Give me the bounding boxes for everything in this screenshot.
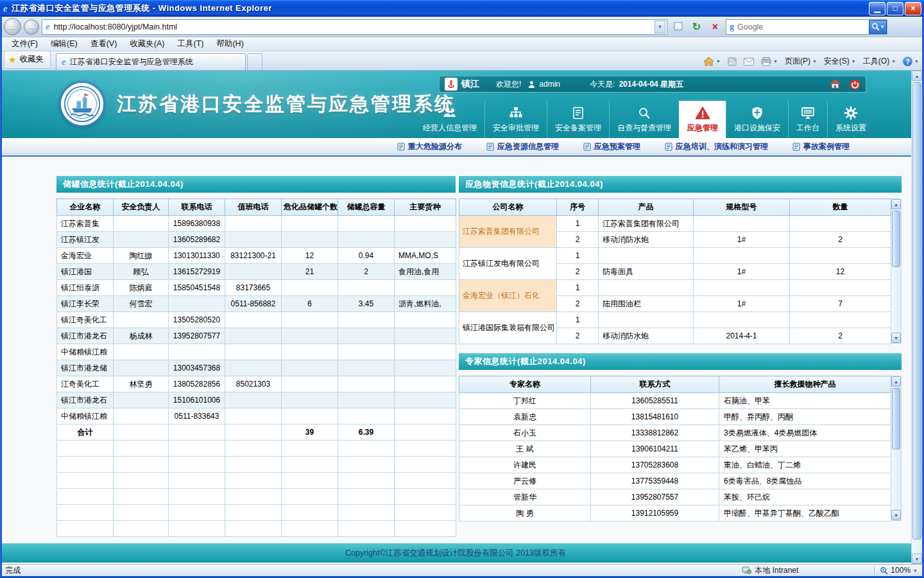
scroll-up-button[interactable]: ▲ xyxy=(891,376,901,387)
menu-item[interactable]: 查看(V) xyxy=(84,37,124,51)
supplies-row[interactable]: 镇江港国际集装箱有限公司1 xyxy=(459,312,891,328)
supplies-row[interactable]: 江苏索普集团有限公司1江苏索普集团有限公司 xyxy=(459,216,891,232)
search-input[interactable] xyxy=(737,21,866,33)
logout-power-icon[interactable] xyxy=(850,79,860,90)
expert-name: 石小玉 xyxy=(459,425,591,441)
expert-row[interactable]: 石小玉 13338812862 3类易燃液体、4类易燃固体 xyxy=(459,425,891,441)
scroll-down-button[interactable]: ▼ xyxy=(912,554,922,564)
menu-item[interactable]: 文件(F) xyxy=(5,37,44,51)
supplies-company-cell[interactable]: 江苏镇江发电有限公司 xyxy=(459,248,557,280)
feeds-button[interactable] xyxy=(728,57,737,66)
menu-item[interactable]: 收藏夹(A) xyxy=(123,37,171,51)
nav-operator-info[interactable]: 经营人信息管理 xyxy=(415,101,484,138)
favorites-button[interactable]: ★ 收藏夹 xyxy=(4,51,51,69)
nav-port-security[interactable]: 港口设施保安 xyxy=(726,101,788,138)
expert-row[interactable]: 许建民 13705283608 重油、白蜡油、丁二烯 xyxy=(459,457,891,473)
tank-row[interactable]: 江苏镇江发 13605289682 xyxy=(57,232,456,248)
expert-phone: 13775359448 xyxy=(591,473,719,489)
help-button[interactable]: ?▼ xyxy=(903,57,919,66)
tank-row[interactable]: 镇江市港龙石 15106101006 xyxy=(57,392,456,408)
tank-row[interactable]: 金海宏业 陶红皦 13013011330 83121300-21 12 0.94… xyxy=(57,248,456,264)
nav-emergency-management[interactable]: 应急管理 xyxy=(679,101,726,138)
expert-specialty: 重油、白蜡油、丁二烯 xyxy=(719,457,891,473)
tank-row[interactable]: 中储粮镇江粮 xyxy=(57,344,456,360)
minimize-button[interactable]: ▁ xyxy=(869,2,886,15)
city-name[interactable]: 镇江 xyxy=(461,78,479,90)
tools-menu-button[interactable]: 工具(O)▼ xyxy=(863,56,896,67)
refresh-button[interactable]: ↻ xyxy=(689,19,705,35)
menu-item[interactable]: 工具(T) xyxy=(171,37,210,51)
nav-safety-record[interactable]: 安全备案管理 xyxy=(547,101,609,138)
page-ie-icon: e xyxy=(46,22,50,31)
forward-button[interactable]: → xyxy=(24,19,39,35)
tank-row[interactable]: 江奇美化工 林坚勇 13805282856 85021303 xyxy=(57,376,456,392)
supplies-company-cell[interactable]: 镇江港国际集装箱有限公司 xyxy=(459,312,557,344)
scroll-down-button[interactable]: ▼ xyxy=(891,333,901,343)
zoom-control[interactable]: 100% ▼ xyxy=(880,566,918,575)
scroll-up-button[interactable]: ▲ xyxy=(912,71,922,81)
scroll-down-button[interactable]: ▼ xyxy=(891,510,901,520)
supplies-row[interactable]: 江苏镇江发电有限公司1 xyxy=(459,248,891,264)
home-button[interactable]: ▼ xyxy=(703,57,721,66)
supplies-cell: 1# xyxy=(694,264,790,280)
safety-menu-button[interactable]: 安全(S)▼ xyxy=(824,56,856,67)
expert-row[interactable]: 管新华 13952807557 苯胺、环己烷 xyxy=(459,489,891,505)
tank-row[interactable]: 镇江市港龙储 13003457368 xyxy=(57,360,456,376)
mail-icon xyxy=(744,58,754,66)
browser-tab[interactable]: e 江苏省港口安全监管与应急管理系统 xyxy=(56,53,246,70)
expert-row[interactable]: 袁新忠 13815481610 甲醇、异丙醇、丙酮 xyxy=(459,409,891,425)
supplies-company-cell[interactable]: 江苏索普集团有限公司 xyxy=(459,216,557,248)
submenu-item[interactable]: 应急资源信息管理 xyxy=(486,141,559,152)
nav-safety-approval[interactable]: 安全审批管理 xyxy=(484,101,547,138)
tank-cell-capacity: 0.94 xyxy=(338,248,395,264)
tank-row[interactable]: 中储粮镇江粮 0511-833643 xyxy=(57,408,456,425)
search-button[interactable]: ▼ xyxy=(869,20,887,34)
expert-specialty: 苯胺、环己烷 xyxy=(719,489,891,505)
supplies-row[interactable]: 金海宏业（镇江）石化1 xyxy=(459,280,891,296)
scroll-up-button[interactable]: ▲ xyxy=(891,199,901,209)
compatibility-view-button[interactable] xyxy=(670,19,686,35)
supplies-cell: 江苏索普集团有限公司 xyxy=(599,216,694,232)
mail-button[interactable] xyxy=(744,58,754,66)
new-tab-stub[interactable] xyxy=(247,53,262,70)
nav-system-settings[interactable]: 系统设置 xyxy=(827,101,874,138)
url-text[interactable]: http://localhost:8080/yjpt/Main.html xyxy=(54,22,177,31)
submenu-item[interactable]: 事故案例管理 xyxy=(792,141,850,152)
scrollbar-thumb[interactable] xyxy=(892,211,900,267)
tank-row[interactable]: 镇江港国 顾弘 13615272919 21 2 食用油,食用 xyxy=(57,264,456,280)
menu-item[interactable]: 帮助(H) xyxy=(210,37,250,51)
tank-empty-row xyxy=(57,521,456,537)
tank-row[interactable]: 江苏索普集 15896380938 xyxy=(57,216,456,232)
nav-inspection[interactable]: 自查与督查管理 xyxy=(609,101,679,138)
tank-empty-cell xyxy=(169,521,225,537)
home-shortcut-icon[interactable] xyxy=(830,79,841,89)
expert-row[interactable]: 陶 勇 13912105959 甲缩醛、甲基异丁基酮、乙酸乙酯 xyxy=(459,505,891,521)
stop-button[interactable]: × xyxy=(707,19,723,35)
menu-item[interactable]: 编辑(E) xyxy=(44,37,84,51)
tank-row[interactable]: 镇江市港龙石 杨成林 13952807577 xyxy=(57,328,456,344)
close-button[interactable]: × xyxy=(905,2,921,15)
back-button[interactable]: ← xyxy=(4,18,21,35)
supplies-company-cell[interactable]: 金海宏业（镇江）石化 xyxy=(459,280,557,312)
expert-row[interactable]: 严云修 13775359448 6类毒害品、8类腐蚀品 xyxy=(459,473,891,489)
tank-row[interactable]: 镇江奇美化工 13505280520 xyxy=(57,312,456,328)
address-field[interactable]: e http://localhost:8080/yjpt/Main.html ▼ xyxy=(42,19,667,35)
print-button[interactable]: ▼ xyxy=(761,57,778,66)
scrollbar-thumb[interactable] xyxy=(912,82,921,539)
experts-col-header: 擅长救援物种产品 xyxy=(719,376,891,393)
submenu-item[interactable]: 重大危险源分布 xyxy=(397,141,462,152)
scrollbar-thumb[interactable] xyxy=(892,388,900,450)
page-menu-button[interactable]: 页面(P)▼ xyxy=(785,56,817,67)
address-bar: ← → e http://localhost:8080/yjpt/Main.ht… xyxy=(0,17,924,37)
submenu-item[interactable]: 应急培训、演练和演习管理 xyxy=(665,141,768,152)
tank-row[interactable]: 镇江李长荣 何雪宏 0511-856882 6 3.45 沥青,燃料油, xyxy=(57,296,456,312)
submenu-item[interactable]: 应急预案管理 xyxy=(583,141,640,152)
tank-cell-duty-phone: 83121300-21 xyxy=(225,248,282,264)
address-dropdown[interactable]: ▼ xyxy=(654,21,665,33)
expert-row[interactable]: 丁邦红 13605285511 石脑油、甲苯 xyxy=(459,393,891,409)
zone-label: 本地 Intranet xyxy=(755,565,798,576)
nav-workbench[interactable]: 工作台 xyxy=(788,101,827,138)
expert-row[interactable]: 王 斌 13906104211 苯乙烯、甲苯丙 xyxy=(459,441,891,457)
maximize-button[interactable]: □ xyxy=(887,2,903,15)
tank-row[interactable]: 镇江恒泰沥 陈炳庭 15850451548 83173665 xyxy=(57,280,456,296)
